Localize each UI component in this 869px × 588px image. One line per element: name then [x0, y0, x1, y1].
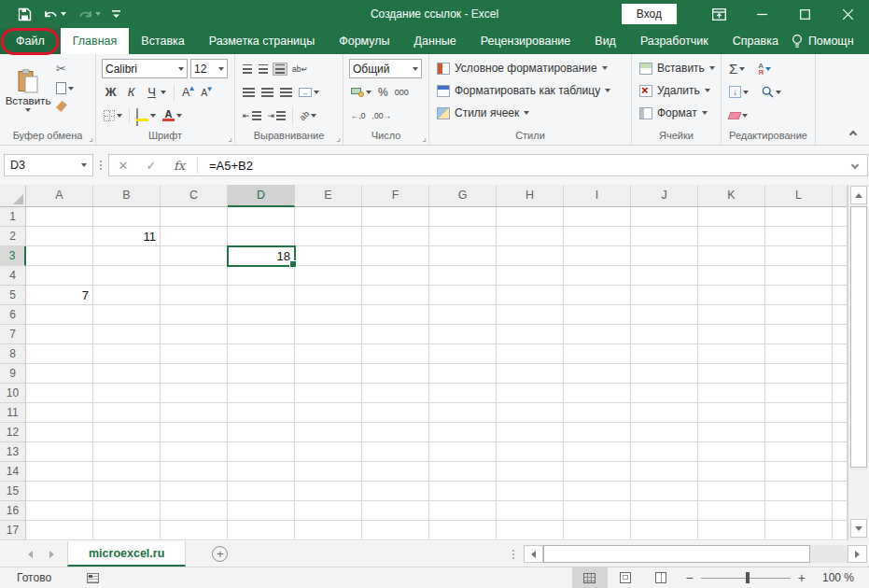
cell-K9[interactable]	[698, 364, 765, 384]
cell-D14[interactable]	[228, 462, 295, 482]
autosum-dropdown-icon[interactable]	[739, 67, 745, 71]
column-header-H[interactable]: H	[497, 185, 564, 207]
fill-color-button[interactable]	[134, 108, 158, 122]
cell-A3[interactable]	[26, 246, 93, 266]
bottom-align-button[interactable]	[273, 63, 287, 76]
cell-A11[interactable]	[26, 403, 93, 423]
cell-I17[interactable]	[564, 521, 631, 540]
paste-dropdown-icon[interactable]	[25, 108, 31, 112]
cell-K11[interactable]	[698, 403, 765, 423]
font-color-dropdown-icon[interactable]	[176, 114, 182, 118]
cell-I13[interactable]	[564, 442, 631, 462]
fill-button[interactable]: ↓	[727, 85, 750, 99]
name-box[interactable]: D3	[4, 154, 93, 176]
cell-B1[interactable]	[93, 207, 161, 227]
cell-L11[interactable]	[765, 403, 833, 423]
align-right-button[interactable]	[278, 87, 294, 98]
collapse-ribbon-button[interactable]	[849, 131, 857, 138]
cell-I16[interactable]	[564, 501, 631, 521]
cell-partial-7[interactable]	[833, 325, 848, 344]
cell-partial-5[interactable]	[833, 286, 848, 305]
tell-me-button[interactable]: Помощн	[791, 34, 854, 49]
cell-A9[interactable]	[26, 364, 93, 384]
clear-dropdown-icon[interactable]	[742, 114, 748, 118]
cell-G16[interactable]	[429, 501, 497, 521]
cell-B10[interactable]	[93, 384, 161, 403]
row-header-5[interactable]: 5	[0, 286, 26, 305]
cell-partial-2[interactable]	[833, 227, 848, 246]
font-size-combobox[interactable]: 12	[190, 59, 228, 78]
decrease-indent-button[interactable]: ⇤	[241, 110, 263, 121]
middle-align-button[interactable]	[257, 63, 270, 75]
cell-A8[interactable]	[26, 344, 93, 364]
cell-D9[interactable]	[228, 364, 295, 384]
previous-sheet-icon[interactable]	[28, 551, 33, 558]
font-color-button[interactable]: А	[161, 108, 184, 123]
cell-G11[interactable]	[429, 403, 497, 423]
cell-I5[interactable]	[564, 286, 631, 305]
row-header-17[interactable]: 17	[0, 521, 26, 540]
italic-button[interactable]: К	[122, 84, 140, 100]
delete-button[interactable]: Удалить	[638, 79, 717, 102]
cell-J10[interactable]	[631, 384, 698, 403]
scrollbar-drag-handle-icon[interactable]	[512, 550, 514, 559]
cell-L15[interactable]	[765, 482, 833, 501]
cell-L8[interactable]	[765, 344, 833, 364]
page-layout-view-button[interactable]	[608, 567, 643, 588]
cell-C15[interactable]	[161, 482, 228, 501]
cell-partial-3[interactable]	[833, 246, 848, 266]
cell-partial-14[interactable]	[833, 462, 848, 482]
cell-D16[interactable]	[228, 501, 295, 521]
tab-developer[interactable]: Разработчик	[628, 28, 721, 54]
row-header-13[interactable]: 13	[0, 442, 26, 462]
cell-L7[interactable]	[765, 325, 833, 344]
select-all-corner[interactable]	[0, 185, 26, 207]
cell-I8[interactable]	[564, 344, 631, 364]
undo-button[interactable]	[38, 3, 71, 25]
expand-formula-bar-icon[interactable]	[851, 161, 859, 169]
cell-B2[interactable]: 11	[93, 227, 161, 246]
column-header-C[interactable]: C	[161, 185, 228, 207]
cell-E16[interactable]	[295, 501, 362, 521]
cell-B5[interactable]	[93, 286, 161, 305]
orientation-dropdown-icon[interactable]	[311, 114, 316, 118]
cell-D13[interactable]	[228, 442, 295, 462]
cell-K14[interactable]	[698, 462, 765, 482]
format-as-table-button[interactable]: Форматировать как таблицу	[435, 79, 627, 102]
tab-formulas[interactable]: Формулы	[327, 28, 401, 54]
cell-E14[interactable]	[295, 462, 362, 482]
minimize-button[interactable]	[740, 0, 783, 28]
row-header-12[interactable]: 12	[0, 423, 26, 442]
cell-K15[interactable]	[698, 482, 765, 501]
underline-dropdown-icon[interactable]	[161, 91, 166, 94]
cell-J2[interactable]	[631, 227, 698, 246]
cell-B15[interactable]	[93, 482, 161, 501]
column-header-L[interactable]: L	[765, 185, 833, 207]
cell-partial-15[interactable]	[833, 482, 848, 501]
cell-D6[interactable]	[228, 305, 295, 325]
cell-A15[interactable]	[26, 482, 93, 501]
cell-A14[interactable]	[26, 462, 93, 482]
cell-C16[interactable]	[161, 501, 228, 521]
sheet-tab-active[interactable]: microexcel.ru	[67, 541, 186, 567]
cell-H1[interactable]	[497, 207, 564, 227]
formula-text[interactable]: =A5+B2	[202, 159, 253, 173]
cell-J7[interactable]	[631, 325, 698, 344]
cell-I11[interactable]	[564, 403, 631, 423]
align-center-button[interactable]	[259, 87, 275, 98]
cell-G17[interactable]	[429, 521, 497, 540]
format-painter-button[interactable]	[54, 100, 76, 113]
cell-B16[interactable]	[93, 501, 161, 521]
cell-K6[interactable]	[698, 305, 765, 325]
cell-H8[interactable]	[497, 344, 564, 364]
column-header-D[interactable]: D	[228, 185, 295, 207]
cell-E6[interactable]	[295, 305, 362, 325]
scroll-up-button[interactable]	[850, 186, 867, 204]
tab-insert[interactable]: Вставка	[129, 28, 196, 54]
tab-page-layout[interactable]: Разметка страницы	[197, 28, 327, 54]
cell-D17[interactable]	[228, 521, 295, 540]
cell-I6[interactable]	[564, 305, 631, 325]
cell-K1[interactable]	[698, 207, 765, 227]
cell-F6[interactable]	[362, 305, 429, 325]
row-header-16[interactable]: 16	[0, 501, 26, 521]
